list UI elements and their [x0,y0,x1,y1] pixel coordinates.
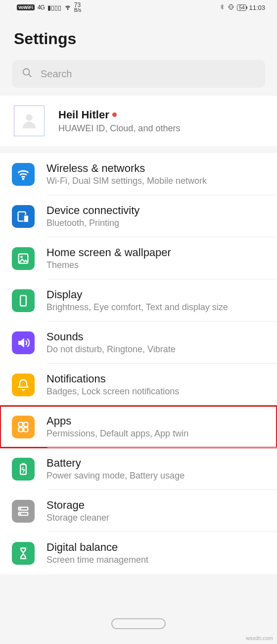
setting-subtitle: Wi-Fi, Dual SIM settings, Mobile network [46,176,273,186]
nav-pill[interactable] [111,618,166,629]
setting-text: Device connectivity Bluetooth, Printing [46,204,277,228]
status-left: VoWiFi 4G ▮▯▯▯ 73B/s [17,2,81,13]
svg-point-3 [26,114,32,121]
setting-text: Display Brightness, Eye comfort, Text an… [46,288,277,313]
watermark: wsxdn.com [246,635,273,641]
setting-subtitle: Do not disturb, Ringtone, Vibrate [46,344,273,355]
storage-icon [12,500,35,523]
setting-text: Home screen & wallpaper Themes [46,246,277,270]
setting-text: Sounds Do not disturb, Ringtone, Vibrate [46,330,277,355]
setting-text: Battery Power saving mode, Battery usage [46,457,277,481]
device-icon [12,205,35,228]
bell-icon [12,374,35,396]
hourglass-icon [12,542,35,565]
setting-text: Notifications Badges, Lock screen notifi… [46,373,277,397]
setting-subtitle: Badges, Lock screen notifications [46,386,273,397]
setting-subtitle: Power saving mode, Battery usage [46,471,273,481]
setting-row-sounds[interactable]: Sounds Do not disturb, Ringtone, Vibrate [0,322,277,364]
setting-title: Notifications [46,373,273,385]
setting-title: Storage [46,499,273,512]
setting-subtitle: Brightness, Eye comfort, Text and displa… [46,302,273,313]
setting-title: Battery [46,457,273,470]
setting-text: Apps Permissions, Default apps, App twin [46,415,277,439]
setting-subtitle: Screen time management [46,555,273,565]
section-gap [0,146,277,153]
setting-row-digital-balance[interactable]: Digital balance Screen time management [0,532,277,574]
setting-title: Device connectivity [46,204,273,217]
setting-row-storage[interactable]: Storage Storage cleaner [0,490,277,532]
network-indicator: 4G [38,4,45,11]
clock: 11:03 [249,4,265,11]
svg-rect-1 [230,4,232,9]
settings-list: Wireless & networks Wi-Fi, Dual SIM sett… [0,153,277,574]
wallpaper-icon [12,247,35,270]
setting-title: Wireless & networks [46,162,273,175]
vowifi-badge: VoWiFi [17,4,35,10]
avatar [14,106,45,136]
battery-indicator: 54 [237,4,246,11]
status-right: 54 11:03 [219,3,265,12]
profile-row[interactable]: Heil Hitler HUAWEI ID, Cloud, and others [0,96,277,146]
apps-icon [12,416,35,438]
signal-bars-icon: ▮▯▯▯ [47,4,61,11]
search-bar[interactable] [12,60,265,88]
setting-row-device-connectivity[interactable]: Device connectivity Bluetooth, Printing [0,195,277,237]
battery-icon [12,458,35,481]
profile-name: Heil Hitler [58,108,265,121]
notification-dot-icon [112,112,117,117]
svg-point-0 [67,9,68,9]
search-icon [22,67,33,80]
setting-row-battery[interactable]: Battery Power saving mode, Battery usage [0,448,277,490]
svg-point-2 [23,69,30,75]
page-title: Settings [0,15,277,60]
setting-title: Sounds [46,330,273,343]
setting-row-apps[interactable]: Apps Permissions, Default apps, App twin [0,406,277,448]
setting-subtitle: Themes [46,260,273,270]
setting-row-display[interactable]: Display Brightness, Eye comfort, Text an… [0,279,277,322]
setting-text: Storage Storage cleaner [46,499,277,523]
setting-text: Wireless & networks Wi-Fi, Dual SIM sett… [46,162,277,186]
wifi-icon [12,163,35,186]
setting-row-wireless-networks[interactable]: Wireless & networks Wi-Fi, Dual SIM sett… [0,153,277,195]
display-icon [12,289,35,312]
setting-title: Display [46,288,273,301]
wifi-status-icon [64,3,71,12]
vibrate-icon [228,3,234,12]
network-speed: 73B/s [74,2,81,13]
setting-subtitle: Permissions, Default apps, App twin [46,429,273,439]
setting-title: Digital balance [46,541,273,554]
setting-row-home-screen-wallpaper[interactable]: Home screen & wallpaper Themes [0,237,277,279]
setting-title: Home screen & wallpaper [46,246,273,259]
search-input[interactable] [41,68,255,80]
setting-row-notifications[interactable]: Notifications Badges, Lock screen notifi… [0,364,277,406]
sound-icon [12,331,35,354]
setting-text: Digital balance Screen time management [46,541,277,565]
setting-subtitle: Storage cleaner [46,513,273,523]
profile-text: Heil Hitler HUAWEI ID, Cloud, and others [58,108,265,134]
status-bar: VoWiFi 4G ▮▯▯▯ 73B/s 54 11:03 [0,0,277,15]
bluetooth-icon [219,3,225,12]
setting-title: Apps [46,415,273,428]
setting-subtitle: Bluetooth, Printing [46,218,273,228]
profile-subtitle: HUAWEI ID, Cloud, and others [58,123,265,134]
